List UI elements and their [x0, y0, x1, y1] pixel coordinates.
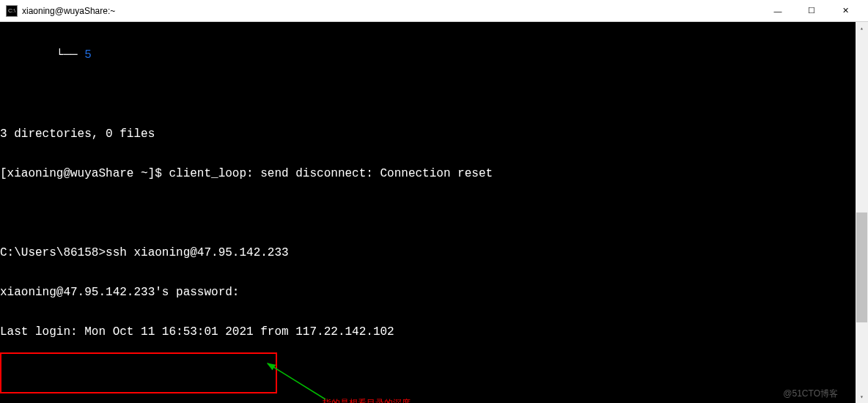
window-title: xiaoning@wuyaShare:~ — [22, 6, 115, 16]
scroll-down-icon[interactable]: ▾ — [856, 391, 868, 403]
scroll-up-icon[interactable]: ▴ — [856, 22, 868, 34]
tree-branch: └── — [0, 48, 84, 62]
ssh-command: C:\Users\86158>ssh xiaoning@47.95.142.23… — [0, 246, 856, 259]
tree-leaf: 5 — [84, 48, 92, 62]
annotation-text: 指的是想看目录的深度 — [323, 396, 411, 403]
scroll-thumb[interactable] — [856, 212, 867, 322]
password-prompt: xiaoning@47.95.142.233's password: — [0, 286, 856, 299]
close-button[interactable]: ✕ — [828, 0, 862, 22]
window-controls: — ☐ ✕ — [761, 0, 862, 22]
minimize-button[interactable]: — — [761, 0, 795, 22]
tree-summary: 3 directories, 0 files — [0, 127, 856, 141]
vertical-scrollbar[interactable]: ▴ ▾ — [856, 22, 868, 403]
terminal-window: └── 5 3 directories, 0 files [xiaoning@w… — [0, 22, 868, 403]
terminal-icon: C:\ — [6, 5, 18, 17]
prompt-line: [xiaoning@wuyaShare ~]$ client_loop: sen… — [0, 167, 856, 180]
watermark: @51CTO博客 — [783, 387, 838, 400]
blank-line — [0, 207, 856, 220]
maximize-button[interactable]: ☐ — [795, 0, 828, 22]
window-titlebar: C:\ xiaoning@wuyaShare:~ — ☐ ✕ — [0, 0, 868, 22]
terminal-content[interactable]: └── 5 3 directories, 0 files [xiaoning@w… — [0, 22, 856, 403]
blank-line — [0, 365, 856, 378]
blank-line — [0, 88, 856, 101]
last-login: Last login: Mon Oct 11 16:53:01 2021 fro… — [0, 325, 856, 339]
